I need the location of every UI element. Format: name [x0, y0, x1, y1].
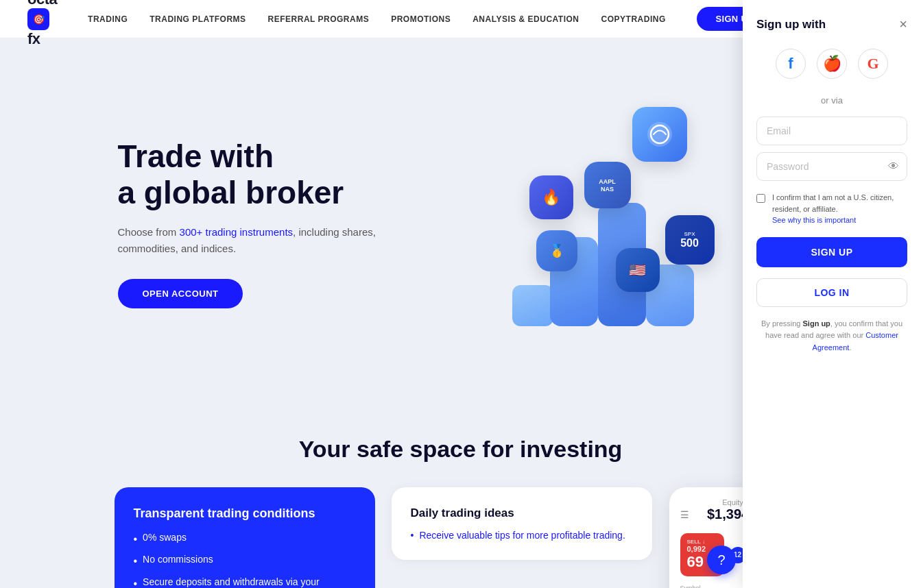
social-buttons: f 🍎 G: [756, 49, 907, 79]
list-item-swaps: 0% swaps: [134, 532, 356, 547]
panel-title: Sign up with: [756, 18, 826, 32]
nav-promotions[interactable]: PROMOTIONS: [391, 14, 451, 24]
card-blue-title: Transparent trading conditions: [134, 506, 356, 521]
password-field[interactable]: [756, 152, 907, 181]
email-field[interactable]: [756, 117, 907, 145]
fire-icon: 🔥: [529, 175, 573, 219]
card-white-title: Daily trading ideas: [411, 506, 633, 520]
or-via-text: or via: [756, 95, 907, 106]
footer-pre: By pressing: [761, 319, 803, 328]
hero-title-line2: a global broker: [118, 175, 344, 210]
footer-post: .: [849, 343, 851, 352]
google-icon: G: [867, 55, 878, 73]
see-why-link[interactable]: See why this is important: [772, 216, 856, 224]
password-wrapper: 👁: [756, 152, 907, 181]
sell-label: SELL ↓: [687, 539, 717, 545]
panel-footer: By pressing Sign up, you confirm that yo…: [756, 318, 907, 354]
checkbox-label: I confirm that I am not a U.S. citizen, …: [772, 193, 894, 213]
open-account-button[interactable]: OPEN ACCOUNT: [118, 279, 243, 308]
signup-panel: Sign up with × f 🍎 G or via 👁 I confirm …: [743, 0, 921, 588]
footer-bold: Sign up: [803, 319, 830, 328]
us-citizen-checkbox-row: I confirm that I am not a U.S. citizen, …: [756, 192, 907, 226]
logo-text-1: octa: [27, 0, 57, 8]
us-citizen-checkbox[interactable]: [756, 194, 765, 203]
hero-subtitle: Choose from 300+ trading instruments, in…: [118, 224, 433, 257]
list-item-deposits: Secure deposits and withdrawals via your…: [134, 576, 356, 588]
spx-icon: SPX500: [665, 215, 715, 265]
facebook-signup-button[interactable]: f: [776, 49, 806, 79]
transparent-trading-card: Transparent trading conditions 0% swaps …: [115, 487, 375, 588]
nav-trading[interactable]: TRADING: [88, 14, 128, 24]
list-item-commissions: No commissions: [134, 554, 356, 569]
cards-row: Transparent trading conditions 0% swaps …: [115, 487, 807, 588]
daily-trading-card: Daily trading ideas Receive valuable tip…: [392, 487, 652, 560]
logo: octa🎯fx: [27, 0, 57, 48]
apple-signup-button[interactable]: 🍎: [817, 49, 847, 79]
hero-section: Trade with a global broker Choose from 3…: [91, 38, 831, 395]
logo-text-2: fx: [27, 30, 40, 47]
hero-title: Trade with a global broker: [118, 138, 433, 211]
hero-subtitle-plain1: Choose from: [118, 226, 180, 238]
aapl-icon: AAPLNAS: [584, 162, 631, 208]
main-app-icon: [632, 107, 687, 162]
hero-title-line1: Trade with: [118, 138, 274, 174]
main-nav: TRADING TRADING PLATFORMS REFERRAL PROGR…: [88, 14, 666, 24]
list-item-tips: Receive valuable tips for more profitabl…: [411, 530, 633, 541]
login-button[interactable]: LOG IN: [756, 278, 907, 307]
gold-icon: 🥇: [536, 230, 577, 271]
logo-text: octa🎯fx: [27, 0, 57, 48]
facebook-icon: f: [788, 55, 793, 73]
hero-subtitle-highlight: 300+ trading instruments: [180, 226, 294, 238]
hero-text: Trade with a global broker Choose from 3…: [118, 138, 433, 309]
panel-close-button[interactable]: ×: [899, 16, 907, 32]
help-button[interactable]: ?: [707, 546, 736, 574]
card-blue-list: 0% swaps No commissions Secure deposits …: [134, 532, 356, 588]
section-title: Your safe space for investing: [115, 436, 807, 463]
card-white-list: Receive valuable tips for more profitabl…: [411, 530, 633, 541]
nav-platforms[interactable]: TRADING PLATFORMS: [149, 14, 246, 24]
signup-submit-button[interactable]: SIGN UP: [756, 237, 907, 267]
signup-form: 👁: [756, 117, 907, 181]
flag-app-icon: 🇺🇸: [616, 248, 660, 292]
password-toggle-icon[interactable]: 👁: [888, 160, 899, 173]
trading-blocks-illustration: 🔥 AAPLNAS SPX500 🇺🇸 🥇: [509, 93, 728, 354]
logo-icon: 🎯: [27, 8, 49, 30]
help-icon: ?: [717, 552, 725, 568]
nav-referral[interactable]: REFERRAL PROGRAMS: [268, 14, 370, 24]
us-citizen-text: I confirm that I am not a U.S. citizen, …: [772, 192, 907, 226]
nav-analysis[interactable]: ANALYSIS & EDUCATION: [473, 14, 579, 24]
symbol-label: Symbol: [680, 585, 712, 588]
block-xs: [512, 285, 553, 326]
panel-header: Sign up with ×: [756, 16, 907, 32]
google-signup-button[interactable]: G: [858, 49, 888, 79]
nav-copytrading[interactable]: COPYTRADING: [601, 14, 666, 24]
apple-icon: 🍎: [823, 55, 841, 73]
